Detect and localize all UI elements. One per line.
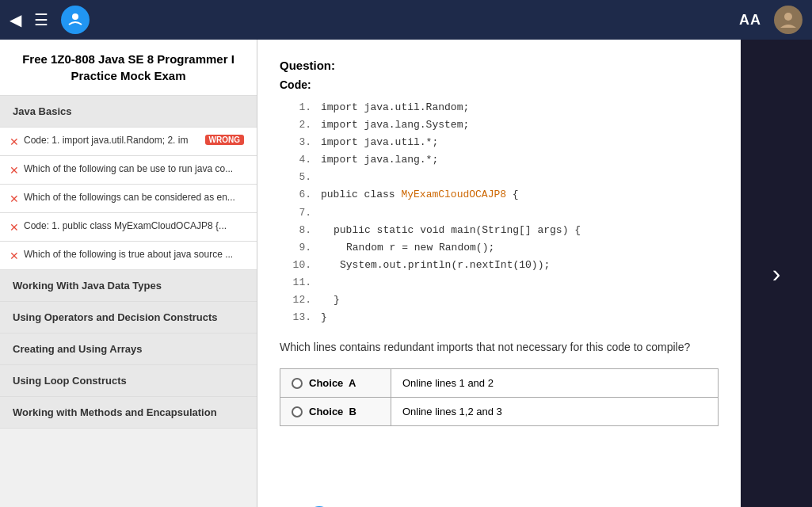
- wrong-badge-1: WRONG: [205, 135, 244, 145]
- sidebar-title: Free 1Z0-808 Java SE 8 Programmer I Prac…: [0, 40, 257, 96]
- avatar[interactable]: [774, 6, 802, 34]
- wrong-icon-3: ✕: [10, 193, 19, 205]
- wrong-icon-5: ✕: [10, 250, 19, 262]
- sidebar: Free 1Z0-808 Java SE 8 Programmer I Prac…: [0, 40, 257, 507]
- answer-row-b[interactable]: Choice B Online lines 1,2 and 3: [280, 398, 719, 426]
- wrong-icon-4: ✕: [10, 221, 19, 234]
- svg-point-0: [72, 13, 78, 20]
- sidebar-section-data-types[interactable]: Working With Java Data Types: [0, 270, 257, 302]
- code-line-1: 1. import java.util.Random;: [292, 99, 719, 116]
- choice-b-label: Choice B: [309, 406, 356, 417]
- answer-table: Choice A Online lines 1 and 2 Choice B: [280, 368, 719, 426]
- code-line-11: 11.: [292, 274, 719, 292]
- code-line-8: 8. public static void main(String[] args…: [292, 222, 719, 239]
- sidebar-item-2[interactable]: ✕ Which of the following can be use to r…: [0, 156, 257, 185]
- sidebar-section-java-basics[interactable]: Java Basics: [0, 96, 257, 128]
- answer-row-a[interactable]: Choice A Online lines 1 and 2: [280, 369, 719, 398]
- content-area: Question: Code: 1. import java.util.Rand…: [257, 40, 812, 507]
- wrong-icon-2: ✕: [10, 164, 19, 177]
- sidebar-section-methods[interactable]: Working with Methods and Encapsulation: [0, 397, 257, 429]
- next-button[interactable]: ›: [766, 253, 787, 295]
- question-panel: Question: Code: 1. import java.util.Rand…: [257, 40, 741, 507]
- code-line-2: 2. import java.lang.System;: [292, 116, 719, 134]
- wrong-icon-1: ✕: [10, 135, 19, 148]
- sidebar-item-5[interactable]: ✕ Which of the following is true about j…: [0, 242, 257, 270]
- code-line-7: 7.: [292, 204, 719, 222]
- sidebar-section-loops[interactable]: Using Loop Constructs: [0, 365, 257, 397]
- code-line-6: 6. public class MyExamCloudOCAJP8 {: [292, 186, 719, 204]
- navbar-left: ◀ ☰: [10, 6, 90, 34]
- code-line-13: 13. }: [292, 309, 719, 326]
- code-line-4: 4. import java.lang.*;: [292, 151, 719, 169]
- logo-icon: [61, 6, 90, 34]
- question-label: Question:: [280, 59, 719, 72]
- choice-a-label: Choice A: [309, 377, 356, 389]
- sidebar-item-4[interactable]: ✕ Code: 1. public class MyExamCloudOCAJP…: [0, 213, 257, 242]
- sidebar-section-operators[interactable]: Using Operators and Decision Constructs: [0, 302, 257, 334]
- code-line-9: 9. Random r = new Random();: [292, 239, 719, 257]
- radio-choice-a[interactable]: [292, 378, 303, 389]
- choice-a-answer: Online lines 1 and 2: [391, 369, 719, 398]
- navbar-right: AA: [739, 6, 802, 34]
- main-container: Free 1Z0-808 Java SE 8 Programmer I Prac…: [0, 40, 812, 507]
- code-line-5: 5.: [292, 169, 719, 186]
- radio-choice-b[interactable]: [292, 406, 303, 417]
- code-line-10: 10. System.out.println(r.nextInt(10));: [292, 257, 719, 274]
- navbar: ◀ ☰ AA: [0, 0, 812, 40]
- back-icon[interactable]: ◀: [10, 10, 21, 29]
- sidebar-item-1[interactable]: ✕ Code: 1. import java.util.Random; 2. i…: [0, 128, 257, 156]
- sidebar-item-3[interactable]: ✕ Which of the followings can be conside…: [0, 185, 257, 213]
- sidebar-section-arrays[interactable]: Creating and Using Arrays: [0, 334, 257, 365]
- menu-icon[interactable]: ☰: [34, 10, 48, 29]
- svg-point-1: [784, 13, 792, 21]
- code-line-3: 3. import java.util.*;: [292, 134, 719, 151]
- code-line-12: 12. }: [292, 292, 719, 309]
- font-size-control[interactable]: AA: [739, 12, 761, 29]
- choice-b-answer: Online lines 1,2 and 3: [391, 398, 719, 426]
- code-block: 1. import java.util.Random; 2. import ja…: [292, 99, 719, 326]
- code-label: Code:: [280, 78, 719, 91]
- right-panel: ›: [741, 40, 812, 507]
- question-text: Which lines contains redundant imports t…: [280, 339, 719, 356]
